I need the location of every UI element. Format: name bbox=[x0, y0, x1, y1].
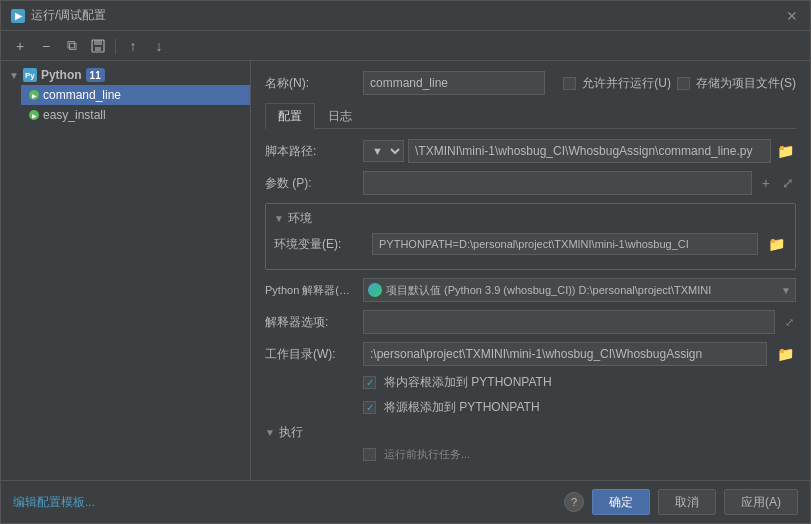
tree-item-easy-install[interactable]: easy_install bbox=[21, 105, 250, 125]
interpreter-opts-expand-button[interactable]: ⤢ bbox=[783, 316, 796, 329]
main-content: ▼ Py Python 11 command_line easy_install… bbox=[1, 61, 810, 480]
params-add-button[interactable]: + bbox=[760, 175, 772, 191]
svg-rect-2 bbox=[95, 47, 101, 51]
environment-section: ▼ 环境 环境变量(E): 📁 bbox=[265, 203, 796, 270]
exec-extra-row: 运行前执行任务... bbox=[265, 447, 796, 462]
app-icon: ▶ bbox=[11, 9, 25, 23]
interpreter-opts-label: 解释器选项: bbox=[265, 314, 355, 331]
script-path-row: 脚本路径: ▼ 📁 bbox=[265, 139, 796, 163]
script-path-browse-button[interactable]: 📁 bbox=[775, 143, 796, 159]
tab-config[interactable]: 配置 bbox=[265, 103, 315, 129]
add-config-button[interactable]: + bbox=[9, 35, 31, 57]
tree-arrow: ▼ bbox=[9, 70, 19, 81]
footer-left: 编辑配置模板... bbox=[13, 494, 556, 511]
params-row: 参数 (P): + ⤢ bbox=[265, 171, 796, 195]
script-type-dropdown[interactable]: ▼ bbox=[363, 140, 404, 162]
env-section-arrow: ▼ bbox=[274, 213, 284, 224]
env-section-header: ▼ 环境 bbox=[274, 210, 787, 227]
dialog-title: 运行/调试配置 bbox=[31, 7, 106, 24]
remove-config-button[interactable]: − bbox=[35, 35, 57, 57]
interpreter-dropdown-arrow: ▼ bbox=[781, 285, 791, 296]
interpreter-opts-row: 解释器选项: ⤢ bbox=[265, 310, 796, 334]
run-icon-command-line bbox=[29, 90, 39, 100]
params-expand-button[interactable]: ⤢ bbox=[780, 175, 796, 191]
footer: 编辑配置模板... ? 确定 取消 应用(A) bbox=[1, 480, 810, 523]
edit-templates-link[interactable]: 编辑配置模板... bbox=[13, 495, 95, 509]
name-label: 名称(N): bbox=[265, 75, 355, 92]
easy-install-label: easy_install bbox=[43, 108, 106, 122]
interpreter-label: Python 解释器(… bbox=[265, 283, 355, 298]
tree-item-command-line[interactable]: command_line bbox=[21, 85, 250, 105]
move-down-button[interactable]: ↓ bbox=[148, 35, 170, 57]
add-source-roots-label: 将源根添加到 PYTHONPATH bbox=[384, 399, 540, 416]
interpreter-select[interactable]: 项目默认值 (Python 3.9 (whosbug_CI)) D:\perso… bbox=[363, 278, 796, 302]
exec-checkbox[interactable] bbox=[363, 448, 376, 461]
interpreter-opts-input[interactable] bbox=[363, 310, 775, 334]
params-input[interactable] bbox=[363, 171, 752, 195]
exec-section-header: ▼ 执行 bbox=[265, 424, 796, 441]
interpreter-globe-icon bbox=[368, 283, 382, 297]
python-icon: Py bbox=[23, 68, 37, 82]
toolbar-separator bbox=[115, 38, 116, 54]
add-content-roots-label: 将内容根添加到 PYTHONPATH bbox=[384, 374, 552, 391]
exec-section-arrow: ▼ bbox=[265, 427, 275, 438]
save-config-button[interactable] bbox=[87, 35, 109, 57]
exec-section-label: 执行 bbox=[279, 424, 303, 441]
ok-button[interactable]: 确定 bbox=[592, 489, 650, 515]
checkbox1-row: 将内容根添加到 PYTHONPATH bbox=[265, 374, 796, 391]
cancel-button[interactable]: 取消 bbox=[658, 489, 716, 515]
script-path-input[interactable] bbox=[408, 139, 771, 163]
allow-parallel-checkbox[interactable] bbox=[563, 77, 576, 90]
save-to-project-checkbox[interactable] bbox=[677, 77, 690, 90]
env-var-browse-button[interactable]: 📁 bbox=[766, 236, 787, 252]
name-input[interactable] bbox=[363, 71, 545, 95]
right-panel: 名称(N): 允许并行运行(U) 存储为项目文件(S) 配置 日志 脚本路径: bbox=[251, 61, 810, 480]
close-button[interactable]: ✕ bbox=[784, 8, 800, 24]
tree-item-python[interactable]: ▼ Py Python 11 bbox=[1, 65, 250, 85]
command-line-label: command_line bbox=[43, 88, 121, 102]
move-up-button[interactable]: ↑ bbox=[122, 35, 144, 57]
apply-button[interactable]: 应用(A) bbox=[724, 489, 798, 515]
env-section-label: 环境 bbox=[288, 210, 312, 227]
workdir-label: 工作目录(W): bbox=[265, 346, 355, 363]
workdir-browse-button[interactable]: 📁 bbox=[775, 346, 796, 362]
save-to-project-label: 存储为项目文件(S) bbox=[696, 75, 796, 92]
env-var-label: 环境变量(E): bbox=[274, 236, 364, 253]
python-label: Python bbox=[41, 68, 82, 82]
exec-option-label: 运行前执行任务... bbox=[384, 447, 470, 462]
run-icon-easy-install bbox=[29, 110, 39, 120]
script-path-label: 脚本路径: bbox=[265, 143, 355, 160]
tab-log[interactable]: 日志 bbox=[315, 103, 365, 129]
tabs: 配置 日志 bbox=[265, 103, 796, 129]
interpreter-row: Python 解释器(… 项目默认值 (Python 3.9 (whosbug_… bbox=[265, 278, 796, 302]
add-source-roots-checkbox[interactable] bbox=[363, 401, 376, 414]
copy-config-button[interactable]: ⧉ bbox=[61, 35, 83, 57]
help-button[interactable]: ? bbox=[564, 492, 584, 512]
interpreter-value: 项目默认值 (Python 3.9 (whosbug_CI)) D:\perso… bbox=[386, 283, 711, 298]
allow-parallel-label: 允许并行运行(U) bbox=[582, 75, 671, 92]
left-panel: ▼ Py Python 11 command_line easy_install bbox=[1, 61, 251, 480]
env-var-input[interactable] bbox=[372, 233, 758, 255]
svg-rect-1 bbox=[94, 40, 102, 45]
workdir-input[interactable] bbox=[363, 342, 767, 366]
toolbar: + − ⧉ ↑ ↓ bbox=[1, 31, 810, 61]
python-count-badge: 11 bbox=[86, 68, 105, 82]
params-label: 参数 (P): bbox=[265, 175, 355, 192]
name-row: 名称(N): 允许并行运行(U) 存储为项目文件(S) bbox=[265, 71, 796, 95]
workdir-row: 工作目录(W): 📁 bbox=[265, 342, 796, 366]
run-debug-dialog: ▶ 运行/调试配置 ✕ + − ⧉ ↑ ↓ ▼ Py Python 11 com… bbox=[0, 0, 811, 524]
env-var-row: 环境变量(E): 📁 bbox=[274, 233, 787, 255]
add-content-roots-checkbox[interactable] bbox=[363, 376, 376, 389]
checkbox2-row: 将源根添加到 PYTHONPATH bbox=[265, 399, 796, 416]
title-bar: ▶ 运行/调试配置 ✕ bbox=[1, 1, 810, 31]
title-bar-left: ▶ 运行/调试配置 bbox=[11, 7, 106, 24]
